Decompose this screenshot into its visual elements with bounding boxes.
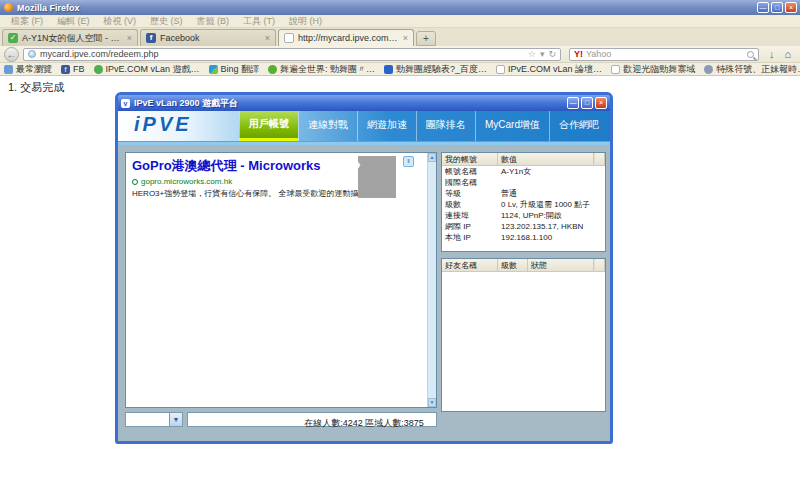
browser-titlebar: Mozilla Firefox — □ × [0,0,800,15]
page-icon [496,65,505,74]
table-row: 帳號名稱 A-Y1n女 [442,166,605,177]
ad-thumbnail[interactable]: › [358,156,396,198]
ad-link-icon [132,179,138,185]
reload-icon[interactable]: ↻ [548,49,556,59]
bookmark-dance-family[interactable]: 歡迎光臨勁舞寨域 [611,63,695,76]
table-row: 連接埠 1124, UPnP:開啟 [442,210,605,221]
app-window-controls: — □ × [567,97,607,109]
ad-block[interactable]: GoPro港澳總代理 - Microworks gopro.microworks… [126,153,436,203]
app-main-panel: GoPro港澳總代理 - Microworks gopro.microworks… [125,152,437,408]
app-nav-strip [118,141,610,145]
downloads-icon[interactable]: ↓ [769,48,775,60]
document-icon [284,33,294,43]
friends-col-header: 好友名稱 [442,259,498,271]
ad-link[interactable]: gopro.microworks.com.hk [141,177,232,186]
bookmark-ipve-game[interactable]: IPvE.COM vLan 遊戲… [94,63,200,76]
bing-icon [209,65,218,74]
search-placeholder[interactable]: Yahoo [586,49,747,59]
tab-mycard-redeem[interactable]: http://mycard.ipve.com/redeem.php × [278,29,414,46]
page-heading: 1. 交易完成 [8,80,64,95]
tab-label: A-Y1N女的個人空間 - Powered by Disc… [22,32,123,45]
table-row: 級數 0 Lv, 升級還需 1000 點子 [442,199,605,210]
close-tab-icon[interactable]: × [127,33,132,43]
minimize-button[interactable]: — [757,2,769,13]
ad-pause-icon[interactable]: ‖ [403,156,414,167]
new-tab-button[interactable]: + [416,31,436,46]
window-title: Mozilla Firefox [17,3,80,13]
ipve-icon [94,65,103,74]
app-tab-team-ranking[interactable]: 團隊排名 [416,111,475,141]
app-minimize-button[interactable]: — [567,97,579,109]
bookmark-bing-translate[interactable]: Bing 翻譯 [209,63,260,76]
ad-arrow-icon: › [356,156,361,172]
bookmarks-bar: 最常瀏覽 f FB IPvE.COM vLan 遊戲… Bing 翻譯 舞遍全世… [0,63,800,76]
tab-facebook[interactable]: f Facebook × [140,29,276,46]
app-tab-online-battle[interactable]: 連線對戰 [298,111,357,141]
bookmark-most-visited[interactable]: 最常瀏覽 [4,63,52,76]
baidu-icon [384,65,393,74]
most-visited-icon [4,65,13,74]
menu-edit[interactable]: 編輯 (E) [50,15,97,28]
tab-personal-space[interactable]: ✓ A-Y1N女的個人空間 - Powered by Disc… × [2,29,138,46]
maximize-button[interactable]: □ [771,2,783,13]
app-close-button[interactable]: × [595,97,607,109]
online-count-status: 在線人數:4242 區域人數:3875 [118,417,610,430]
menu-file[interactable]: 檔案 (F) [4,15,50,28]
menu-bar: 檔案 (F) 編輯 (E) 檢視 (V) 歷史 (S) 書籤 (B) 工具 (T… [0,15,800,28]
window-controls: — □ × [757,2,797,13]
app-tab-game-boost[interactable]: 網遊加速 [357,111,416,141]
dance-icon [268,65,277,74]
app-side-panel: 我的帳號 數值 帳號名稱 A-Y1n女 國際名稱 等級 普通 級數 [441,152,606,412]
back-button[interactable]: ← [4,47,19,62]
bookmark-fb[interactable]: f FB [61,64,85,74]
bookmark-dance-world[interactable]: 舞遍全世界: 勁舞團〃… [268,63,375,76]
menu-bookmarks[interactable]: 書籤 (B) [190,15,237,28]
ipve-logo: iPVE [134,113,192,136]
firefox-icon [4,3,13,12]
panel-scrollbar[interactable]: ▲ ▼ [427,153,436,407]
app-titlebar: v IPvE vLan 2900 遊戲平台 — □ × [118,95,610,111]
value-col-header: 數值 [498,153,594,165]
symbols-icon [704,65,713,74]
app-header-band: iPVE 用戶帳號 連線對戰 網遊加速 團隊排名 MyCard增值 合作網吧 [118,111,610,141]
account-col-header: 我的帳號 [442,153,498,165]
menu-history[interactable]: 歷史 (S) [143,15,190,28]
app-maximize-button[interactable]: □ [581,97,593,109]
account-table: 我的帳號 數值 帳號名稱 A-Y1n女 國際名稱 等級 普通 級數 [441,152,606,252]
facebook-icon: f [61,65,70,74]
tab-label: http://mycard.ipve.com/redeem.php [298,33,399,43]
menu-view[interactable]: 檢視 (V) [97,15,144,28]
app-tab-mycard-topup[interactable]: MyCard增值 [475,111,549,141]
table-row: 網際 IP 123.202.135.17, HKBN [442,221,605,232]
search-icon[interactable] [747,51,754,58]
table-row: 等級 普通 [442,188,605,199]
menu-tools[interactable]: 工具 (T) [236,15,282,28]
table-row: 國際名稱 [442,177,605,188]
app-tab-user-account[interactable]: 用戶帳號 [239,111,298,141]
bookmark-symbols[interactable]: 特殊符號、正妹報時… [704,63,800,76]
close-tab-icon[interactable]: × [403,33,408,43]
home-icon[interactable]: ⌂ [785,48,792,60]
yahoo-logo[interactable]: Y! [574,49,583,59]
page-icon [611,65,620,74]
ad-description: HERO3+強勢登場，行貨有信心有保障。 全球最受歡迎的運動攝錄機GoPro H… [132,188,372,199]
bookmark-ipve-forum[interactable]: IPvE.COM vLan 論壇… [496,63,602,76]
site-identity-icon [28,50,36,58]
app-tab-partner-cafe[interactable]: 合作網吧 [549,111,608,141]
url-dropdown-icon[interactable]: ▾ [540,49,545,59]
scroll-up-icon[interactable]: ▲ [428,153,436,162]
close-tab-icon[interactable]: × [265,33,270,43]
bookmark-baidu[interactable]: 勁舞團經驗表?_百度… [384,63,487,76]
scroll-down-icon[interactable]: ▼ [428,398,436,407]
app-icon: v [121,99,130,108]
discuz-icon: ✓ [8,33,18,43]
bookmark-star-icon[interactable]: ☆ [528,49,536,59]
ipve-app-window: v IPvE vLan 2900 遊戲平台 — □ × iPVE 用戶帳號 連線… [115,92,613,444]
search-bar[interactable]: Y! Yahoo [569,48,759,61]
close-button[interactable]: × [785,2,797,13]
url-bar[interactable]: mycard.ipve.com/redeem.php ☆ ▾ ↻ [23,48,561,61]
navigation-toolbar: ← mycard.ipve.com/redeem.php ☆ ▾ ↻ Y! Ya… [0,46,800,63]
url-text[interactable]: mycard.ipve.com/redeem.php [40,49,528,59]
tab-strip: ✓ A-Y1N女的個人空間 - Powered by Disc… × f Fac… [0,28,800,46]
menu-help[interactable]: 說明 (H) [282,15,329,28]
